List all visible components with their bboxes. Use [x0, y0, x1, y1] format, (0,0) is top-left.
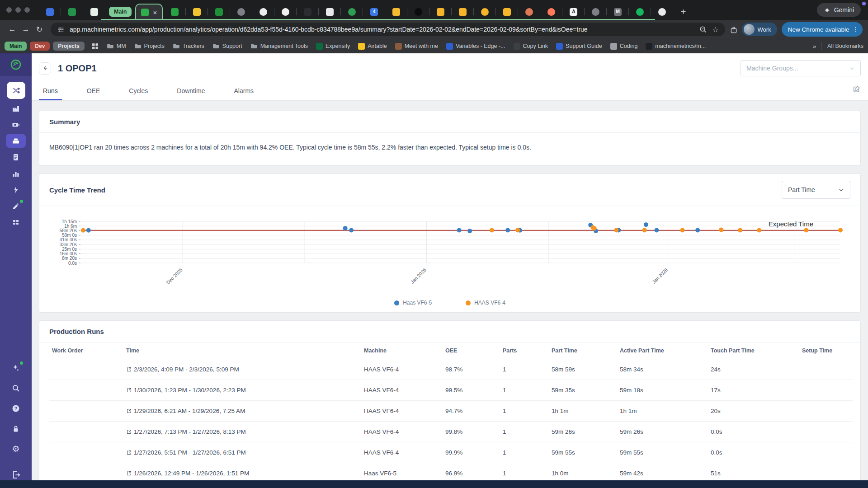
column-header[interactable]: Time: [123, 343, 361, 359]
bookmark-folder[interactable]: Projects: [130, 41, 169, 52]
globe-tab-2[interactable]: [585, 4, 607, 20]
asana-tab[interactable]: A: [562, 4, 585, 20]
forward-nav-icon[interactable]: →: [19, 23, 33, 36]
close-window-button[interactable]: [6, 7, 12, 13]
tab-group-label[interactable]: Main: [109, 7, 132, 17]
bookmark-folder[interactable]: Trackers: [169, 41, 208, 52]
machinemetrics-logo[interactable]: [0, 53, 32, 76]
yellow-cube-tab[interactable]: [186, 4, 208, 20]
table-row[interactable]: 1/27/2026, 7:13 PM - 1/27/2026, 8:13 PMH…: [49, 422, 853, 442]
yellow-loading-tab[interactable]: [474, 4, 496, 20]
blue-app-tab[interactable]: [39, 4, 61, 20]
globe-tab[interactable]: [230, 4, 252, 20]
time-cell[interactable]: 1/27/2026, 5:51 PM - 1/27/2026, 6:51 PM: [123, 442, 361, 463]
machinemetrics-tab[interactable]: [164, 4, 186, 20]
table-row[interactable]: 2/3/2026, 4:09 PM - 2/3/2026, 5:09 PMHAA…: [49, 359, 853, 380]
bookmark-link[interactable]: Airtable: [354, 41, 391, 52]
operations-icon[interactable]: [6, 134, 26, 148]
legend-entry[interactable]: Haas VF6-5: [394, 300, 432, 306]
column-header[interactable]: Part Time: [549, 343, 617, 359]
extensions-puzzle-icon[interactable]: [730, 25, 738, 34]
reload-icon[interactable]: ↻: [33, 23, 46, 36]
leaf-tab[interactable]: [341, 4, 363, 20]
calendar-tab[interactable]: 4: [363, 4, 385, 20]
sheets-tab[interactable]: [61, 4, 83, 20]
bookmark-folder[interactable]: Support: [208, 41, 246, 52]
maintenance-icon[interactable]: [6, 199, 26, 213]
openai-tab[interactable]: [252, 4, 274, 20]
notion-tab[interactable]: [319, 4, 341, 20]
bookmark-star-icon[interactable]: ☆: [712, 25, 718, 34]
bookmark-link[interactable]: Meet with me: [391, 41, 442, 52]
drive-tab[interactable]: [385, 4, 407, 20]
column-header[interactable]: Work Order: [49, 343, 123, 359]
all-bookmarks-button[interactable]: All Bookmarks: [827, 43, 863, 49]
terminal-tab[interactable]: [297, 4, 319, 20]
bookmark-link[interactable]: Coding: [606, 41, 642, 52]
column-header[interactable]: Parts: [500, 343, 549, 359]
bookmark-folder[interactable]: Management Tools: [246, 41, 312, 52]
tab-group-pill-projects[interactable]: Projects: [53, 42, 84, 51]
settings-gear-icon[interactable]: ⚙: [6, 442, 26, 456]
url-bar[interactable]: app.machinemetrics.com/app/production/an…: [51, 23, 725, 36]
tune-icon[interactable]: [57, 26, 65, 33]
table-row[interactable]: 1/27/2026, 5:51 PM - 1/27/2026, 6:51 PMH…: [49, 442, 853, 463]
green-ring-tab[interactable]: [629, 4, 651, 20]
analytics-icon[interactable]: [6, 166, 26, 180]
back-nav-icon[interactable]: ←: [5, 23, 19, 36]
doc-tab[interactable]: [83, 4, 105, 20]
machine-groups-select[interactable]: Machine Groups...: [741, 60, 861, 76]
apps-icon[interactable]: [6, 215, 26, 229]
legend-entry[interactable]: HAAS VF6-4: [466, 300, 505, 306]
back-button[interactable]: [39, 62, 51, 75]
time-cell[interactable]: 1/27/2026, 7:13 PM - 1/27/2026, 8:13 PM: [123, 422, 361, 442]
bookmark-link[interactable]: Expensify: [312, 41, 354, 52]
tab-runs[interactable]: Runs: [39, 81, 62, 100]
table-row[interactable]: 1/30/2026, 1:23 PM - 1/30/2026, 2:23 PMH…: [49, 380, 853, 401]
shuffle-icon[interactable]: [7, 82, 25, 99]
bookmarks-overflow-icon[interactable]: »: [813, 43, 816, 50]
tab-group-pill-dev[interactable]: Dev: [30, 42, 50, 51]
gemini-button[interactable]: Gemini: [817, 3, 861, 17]
tab-cycles[interactable]: Cycles: [125, 81, 152, 100]
url-text[interactable]: app.machinemetrics.com/app/production/an…: [70, 26, 694, 33]
lock-icon[interactable]: [6, 422, 26, 436]
hubspot-tab[interactable]: [540, 4, 562, 20]
new-tab-button[interactable]: +: [680, 6, 686, 17]
help-icon[interactable]: ?: [6, 401, 26, 415]
bookmark-link[interactable]: Copy Link: [509, 41, 552, 52]
kebab-menu-icon[interactable]: ⋮: [853, 26, 859, 33]
active-tab[interactable]: ×: [135, 4, 163, 20]
ai-assistant-icon[interactable]: [6, 361, 26, 375]
search-icon[interactable]: [6, 381, 26, 395]
cameras-icon[interactable]: [6, 117, 26, 131]
column-header[interactable]: Setup Time: [799, 343, 853, 359]
machinemetrics-tab-2[interactable]: [208, 4, 230, 20]
close-tab-icon[interactable]: ×: [153, 9, 157, 16]
column-header[interactable]: Machine: [361, 343, 443, 359]
zoom-out-icon[interactable]: [699, 25, 707, 33]
github-tab[interactable]: [274, 4, 297, 20]
column-header[interactable]: Active Part Time: [617, 343, 708, 359]
tab-group-pill-main[interactable]: Main: [5, 42, 27, 51]
time-cell[interactable]: 1/29/2026, 6:21 AM - 1/29/2026, 7:25 AM: [123, 401, 361, 422]
cloud-tab[interactable]: [651, 4, 673, 20]
logout-icon[interactable]: [6, 468, 26, 482]
bookmark-folder[interactable]: MM: [103, 41, 130, 52]
events-icon[interactable]: [6, 183, 26, 197]
claude-starburst-tab[interactable]: [518, 4, 540, 20]
zoom-window-button[interactable]: [24, 7, 30, 13]
minimize-window-button[interactable]: [15, 7, 21, 13]
m-tab[interactable]: M: [607, 4, 629, 20]
column-header[interactable]: Touch Part Time: [708, 343, 799, 359]
profile-chip[interactable]: Work: [742, 23, 777, 36]
machines-icon[interactable]: [6, 101, 26, 115]
bookmark-link[interactable]: machinemetrics/m...: [642, 41, 710, 52]
dark-circle-tab[interactable]: [407, 4, 429, 20]
tab-downtime[interactable]: Downtime: [173, 81, 209, 100]
edit-icon[interactable]: [853, 85, 861, 95]
yellow-square-tab-3[interactable]: [496, 4, 518, 20]
chrome-update-button[interactable]: New Chrome available ⋮: [782, 22, 863, 37]
yellow-square-tab[interactable]: [429, 4, 452, 20]
reports-icon[interactable]: [6, 150, 26, 164]
